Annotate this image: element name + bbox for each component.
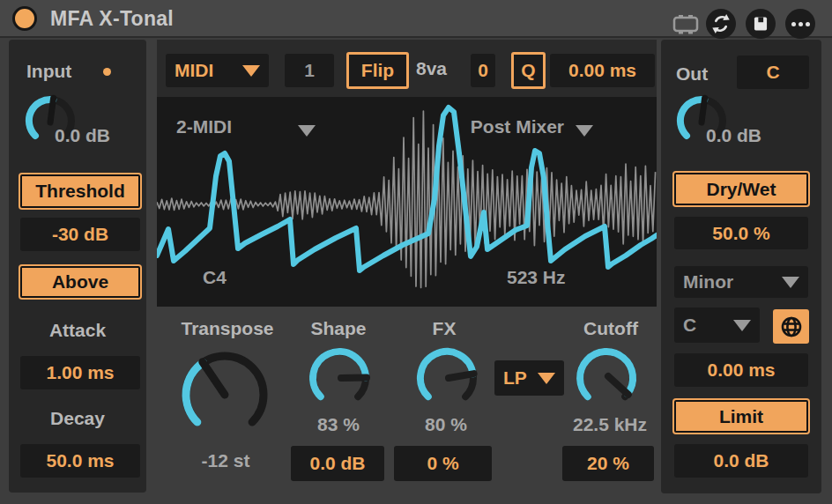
ellipsis-icon — [791, 22, 810, 26]
title-bar: MFA X-Tonal — [0, 0, 832, 38]
delay-time-box[interactable]: 0.00 ms — [674, 353, 808, 387]
hot-swap-icon — [708, 11, 734, 37]
input-gain-readout: 0.0 dB — [55, 125, 110, 146]
dropdown-arrow-icon — [242, 65, 260, 77]
quantize-time-box[interactable]: 0.00 ms — [550, 54, 655, 87]
input-activity-led — [103, 68, 111, 76]
midi-channel-box[interactable]: 1 — [285, 54, 334, 87]
note-readout: C4 — [203, 267, 227, 288]
filter-type-value: LP — [503, 367, 527, 389]
dropdown-arrow-icon[interactable] — [298, 125, 316, 137]
cutoff-knob[interactable] — [569, 339, 643, 413]
source-mode-dropdown[interactable]: MIDI — [166, 54, 269, 87]
cutoff-resonance-box[interactable]: 20 % — [562, 446, 654, 481]
top-control-strip: MIDI 1 Flip 8va 0 Q 0.00 ms — [157, 40, 657, 97]
filter-type-dropdown[interactable]: LP — [494, 360, 564, 396]
attack-value-box[interactable]: 1.00 ms — [20, 356, 140, 389]
root-note-dropdown[interactable]: C — [674, 308, 760, 343]
quantize-button[interactable]: Q — [511, 52, 546, 89]
output-panel: Out C 0.0 dB Dry/Wet 50.0 % Minor C 0.00… — [661, 40, 821, 493]
fx-readout: 80 % — [408, 414, 484, 435]
frequency-readout: 523 Hz — [507, 267, 566, 288]
dry-wet-value-box[interactable]: 50.0 % — [674, 217, 808, 249]
transpose-label: Transpose — [167, 318, 287, 339]
decay-label: Decay — [9, 408, 146, 429]
cutoff-readout: 22.5 kHz — [559, 414, 661, 435]
dropdown-arrow-icon — [733, 320, 751, 331]
dropdown-arrow-icon — [538, 373, 555, 384]
out-key-box[interactable]: C — [737, 56, 809, 89]
flip-button[interactable]: Flip — [346, 52, 409, 89]
transpose-knob[interactable] — [175, 344, 274, 442]
out-label: Out — [676, 63, 708, 85]
decay-value-box[interactable]: 50.0 ms — [20, 444, 140, 478]
global-scale-button[interactable] — [773, 309, 809, 344]
hot-swap-button[interactable] — [706, 9, 736, 39]
above-button[interactable]: Above — [20, 266, 140, 298]
octave-label: 8va — [416, 58, 447, 79]
device-title: MFA X-Tonal — [50, 7, 174, 31]
input-label: Input — [26, 61, 71, 82]
source-mode-value: MIDI — [175, 60, 213, 81]
transpose-readout: -12 st — [181, 450, 271, 471]
limit-gain-box[interactable]: 0.0 dB — [674, 444, 808, 478]
fx-knob[interactable] — [410, 339, 484, 413]
fx-amount-box[interactable]: 0 % — [394, 446, 492, 481]
shape-readout: 83 % — [301, 414, 376, 435]
scale-dropdown[interactable]: Minor — [674, 266, 808, 298]
octave-value-box[interactable]: 0 — [471, 54, 495, 87]
input-panel: Input 0.0 dB Threshold -30 dB Above Atta… — [9, 40, 146, 493]
out-gain-readout: 0.0 dB — [706, 125, 761, 146]
attack-label: Attack — [9, 320, 146, 341]
dry-wet-button[interactable]: Dry/Wet — [674, 173, 808, 205]
threshold-button[interactable]: Threshold — [20, 174, 140, 208]
more-options-button[interactable] — [785, 9, 815, 39]
fx-label: FX — [407, 318, 481, 339]
shape-knob[interactable] — [302, 339, 376, 413]
waveform-display: 2-MIDI Post Mixer C4 523 Hz — [157, 97, 657, 307]
root-note-value: C — [683, 315, 696, 336]
shape-gain-box[interactable]: 0.0 dB — [291, 446, 384, 481]
dropdown-arrow-icon[interactable] — [576, 125, 593, 137]
scale-value: Minor — [683, 271, 733, 293]
limit-button[interactable]: Limit — [674, 400, 808, 433]
monitor-point-dropdown[interactable]: Post Mixer — [457, 116, 564, 137]
input-source-dropdown[interactable]: 2-MIDI — [176, 116, 232, 137]
globe-icon — [779, 315, 804, 339]
dropdown-arrow-icon — [782, 277, 799, 288]
max-device-icon — [672, 13, 700, 36]
save-button[interactable] — [746, 9, 776, 39]
device-power-toggle-icon[interactable] — [12, 6, 37, 31]
cutoff-label: Cutoff — [573, 318, 649, 339]
shape-label: Shape — [302, 318, 375, 339]
save-icon — [747, 11, 774, 37]
threshold-value-box[interactable]: -30 dB — [20, 218, 140, 251]
